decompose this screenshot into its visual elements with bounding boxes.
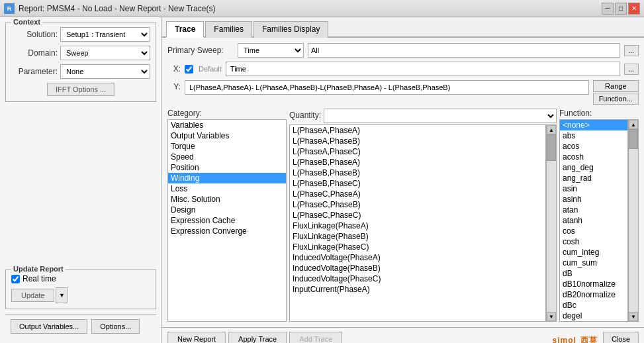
function-scrollbar[interactable]: ▲ ▼ [628, 119, 639, 322]
list-item[interactable]: Output Variables [168, 130, 286, 141]
add-trace-button[interactable]: Add Trace [289, 332, 342, 343]
list-item[interactable]: Variables [168, 120, 286, 130]
list-item[interactable]: cosh [560, 236, 627, 247]
options-button[interactable]: Options... [91, 319, 140, 334]
solution-select[interactable]: Setup1 : Transient [60, 27, 150, 42]
list-item[interactable]: cum_sum [560, 258, 627, 268]
brand-text2: 西莫 [580, 336, 598, 344]
list-item[interactable]: FluxLinkage(PhaseB) [290, 231, 545, 242]
list-item[interactable]: cum_integ [560, 247, 627, 258]
func-scroll-up-button[interactable]: ▲ [629, 120, 638, 129]
x-row: X: Default ... [167, 62, 639, 76]
sweep-all-input[interactable] [308, 43, 620, 58]
list-item[interactable]: InducedVoltage(PhaseB) [290, 263, 545, 273]
close-button[interactable]: Close [603, 332, 639, 343]
list-item[interactable]: atan [560, 205, 627, 215]
list-item[interactable]: L(PhaseA,PhaseA) [290, 125, 545, 136]
x-field[interactable] [226, 62, 620, 76]
list-item[interactable]: cos [560, 226, 627, 236]
tab-trace[interactable]: Trace [166, 21, 204, 38]
list-item[interactable]: ang_deg [560, 162, 627, 173]
update-report-group: Update Report Real time Update ▼ [5, 270, 156, 309]
category-list[interactable]: Variables Output Variables Torque Speed … [167, 119, 287, 322]
x-dots-button[interactable]: ... [624, 64, 639, 75]
y-field[interactable] [185, 80, 589, 95]
x-label: X: [167, 64, 181, 74]
quantity-list-container: L(PhaseA,PhaseA) L(PhaseA,PhaseB) L(Phas… [289, 124, 557, 322]
quantity-list[interactable]: L(PhaseA,PhaseA) L(PhaseA,PhaseB) L(Phas… [289, 124, 546, 322]
list-item-none[interactable]: <none> [560, 120, 627, 130]
function-list[interactable]: <none> abs acos acosh ang_deg ang_rad as… [559, 119, 628, 322]
list-item[interactable]: L(PhaseB,PhaseC) [290, 178, 545, 189]
new-report-button[interactable]: New Report [167, 332, 226, 343]
list-item[interactable]: dBc [560, 300, 627, 311]
scroll-thumb[interactable] [547, 134, 556, 161]
window-close-button[interactable]: ✕ [628, 3, 640, 15]
list-item[interactable]: L(PhaseB,PhaseB) [290, 168, 545, 178]
list-item[interactable]: L(PhaseC,PhaseB) [290, 199, 545, 210]
quantity-select[interactable] [324, 109, 557, 123]
lists-section: Category: Variables Output Variables Tor… [167, 109, 639, 322]
list-item[interactable]: degel [560, 311, 627, 321]
ifft-options-button[interactable]: IFFT Options ... [47, 83, 115, 96]
list-item[interactable]: Misc. Solution [168, 194, 286, 205]
list-item[interactable]: Expression Cache [168, 215, 286, 226]
parameter-label: Parameter: [11, 67, 58, 76]
update-button[interactable]: Update [11, 289, 54, 302]
tab-families[interactable]: Families [205, 21, 252, 38]
list-item[interactable]: InducedVoltage(PhaseC) [290, 273, 545, 284]
list-item[interactable]: InducedVoltage(PhaseA) [290, 252, 545, 263]
list-item[interactable]: Design [168, 205, 286, 215]
x-default-checkbox[interactable] [185, 65, 193, 74]
list-item[interactable]: Torque [168, 141, 286, 152]
list-item[interactable]: L(PhaseC,PhaseA) [290, 189, 545, 199]
list-item-winding[interactable]: Winding [168, 173, 286, 183]
scroll-down-button[interactable]: ▼ [547, 312, 556, 321]
list-item[interactable]: Expression Converge [168, 226, 286, 236]
function-list-container: <none> abs acos acosh ang_deg ang_rad as… [559, 119, 639, 322]
list-item[interactable]: acos [560, 141, 627, 152]
scroll-up-button[interactable]: ▲ [547, 125, 556, 134]
list-item[interactable]: dB10normalize [560, 279, 627, 289]
list-item[interactable]: acosh [560, 152, 627, 162]
action-buttons: New Report Apply Trace Add Trace [167, 332, 342, 343]
primary-sweep-select[interactable]: Time [238, 43, 304, 58]
list-item[interactable]: dB [560, 268, 627, 279]
list-item[interactable]: asinh [560, 194, 627, 205]
list-item[interactable]: Position [168, 162, 286, 173]
func-scroll-down-button[interactable]: ▼ [629, 312, 638, 321]
tab-families-display[interactable]: Families Display [253, 21, 328, 38]
list-item[interactable]: InputCurrent(PhaseA) [290, 284, 545, 295]
quantity-header: Quantity: [289, 109, 557, 123]
apply-trace-button[interactable]: Apply Trace [228, 332, 287, 343]
func-scroll-thumb[interactable] [629, 129, 638, 149]
context-label: Context [11, 18, 42, 26]
range-button[interactable]: Range [593, 80, 639, 92]
quantity-scrollbar[interactable]: ▲ ▼ [546, 124, 557, 322]
list-item[interactable]: abs [560, 130, 627, 141]
function-button[interactable]: Function... [593, 93, 639, 105]
list-item[interactable]: Speed [168, 152, 286, 162]
output-variables-button[interactable]: Output Variables... [11, 319, 87, 334]
update-dropdown-button[interactable]: ▼ [56, 287, 68, 303]
list-item[interactable]: FluxLinkage(PhaseA) [290, 220, 545, 231]
list-item[interactable]: L(PhaseB,PhaseA) [290, 157, 545, 168]
domain-select[interactable]: Sweep [60, 46, 150, 60]
list-item[interactable]: L(PhaseC,PhaseC) [290, 210, 545, 220]
list-item[interactable]: L(PhaseA,PhaseC) [290, 146, 545, 157]
sweep-dots-button[interactable]: ... [624, 45, 639, 56]
parameter-select[interactable]: None [60, 64, 150, 79]
maximize-button[interactable]: □ [615, 3, 627, 15]
list-item[interactable]: FluxLinkage(PhaseC) [290, 242, 545, 252]
list-item[interactable]: Loss [168, 183, 286, 194]
minimize-button[interactable]: ─ [602, 3, 614, 15]
list-item[interactable]: atanh [560, 215, 627, 226]
update-report-label: Update Report [11, 265, 66, 273]
list-item[interactable]: asin [560, 183, 627, 194]
list-item[interactable]: ang_rad [560, 173, 627, 183]
bottom-left-buttons: Output Variables... Options... [5, 315, 156, 338]
realtime-checkbox[interactable] [11, 275, 20, 283]
list-item[interactable]: dB20normalize [560, 289, 627, 300]
bottom-right-bar: New Report Apply Trace Add Trace simol 西… [162, 327, 644, 343]
list-item[interactable]: L(PhaseA,PhaseB) [290, 136, 545, 146]
